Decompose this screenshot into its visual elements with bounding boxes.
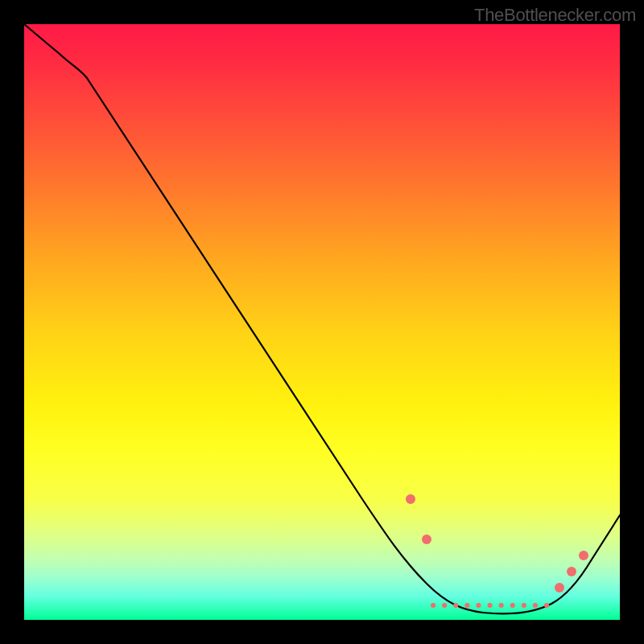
marker-dot [422, 535, 431, 544]
plot-area [24, 24, 620, 620]
curve-svg [24, 24, 620, 620]
bottleneck-curve [24, 24, 620, 613]
source-attribution: TheBottlenecker.com [474, 5, 636, 26]
marker-dot [579, 551, 588, 560]
marker-dot [555, 583, 564, 592]
chart-container: TheBottlenecker.com [0, 0, 644, 644]
marker-dot [567, 567, 576, 576]
marker-dot [406, 494, 415, 504]
